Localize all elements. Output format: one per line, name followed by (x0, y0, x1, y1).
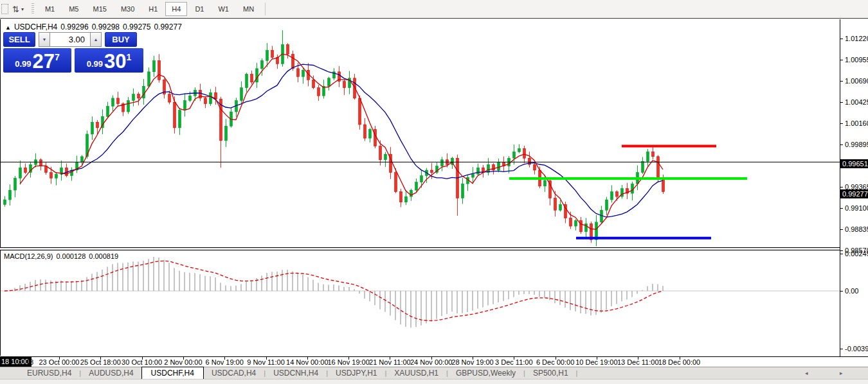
timeframe-button-m1[interactable]: M1 (39, 2, 61, 16)
time-tick-label: 3 Dec 11:00 (495, 358, 533, 366)
chevron-down-icon: ▾ (21, 6, 24, 12)
price-tick (840, 39, 843, 39)
tab-scroll-right-icon[interactable]: ▸ (840, 370, 843, 376)
time-tick-label: 9 Nov 11:00 (247, 358, 285, 366)
price-tick (840, 144, 843, 145)
mt4-window: ⇅ ▾ M1M5M15M30H1H4D1W1MN ▲USDCHF,H40.992… (0, 0, 868, 384)
tab-usdjpy-h1[interactable]: USDJPY,H1 (328, 368, 384, 378)
price-axis[interactable]: 1.012201.009551.006901.004251.001600.998… (840, 19, 868, 356)
macd-tick-label: 0.002492 (845, 250, 868, 257)
macd-canvas[interactable] (1, 250, 840, 356)
chart-title: ▲USDCHF,H40.992960.992980.992750.99277 (5, 22, 185, 31)
timeframe-button-mn[interactable]: MN (237, 2, 260, 16)
sell-price-sup: 7 (55, 52, 60, 62)
macd-pane[interactable] (0, 250, 840, 356)
sell-price-prefix: 0.99 (15, 59, 31, 69)
timeframe-button-m30[interactable]: M30 (114, 2, 141, 16)
price-box-label: 0.99651 (840, 159, 868, 168)
price-tick (840, 187, 843, 188)
time-tick-label: 24 Nov 00:00 (410, 358, 452, 366)
tab-xauusd-h1[interactable]: XAUUSD,H1 (386, 368, 446, 378)
tab-usdchf-h4[interactable]: USDCHF,H4 (141, 367, 204, 380)
buy-price-sup: 1 (127, 52, 132, 62)
price-tick (840, 81, 843, 82)
ohlc-close: 0.99277 (154, 22, 181, 31)
toolbar-separator (265, 3, 266, 15)
symbol-direction-icon: ▲ (5, 24, 11, 31)
time-tick-label: 2 Nov 00:00 (164, 358, 202, 366)
tab-usdcnh-h4[interactable]: USDCNH,H4 (266, 368, 326, 378)
buy-button[interactable]: BUY (105, 32, 137, 47)
clipped-toolbar-icon[interactable] (1, 4, 8, 14)
time-tick-label: 6 Nov 19:00 (206, 358, 244, 366)
ohlc-open: 0.99296 (60, 22, 88, 31)
price-tick (840, 60, 843, 60)
macd-tick-label: -0.003913 (845, 345, 868, 353)
time-axis[interactable]: 18 10:00 18 23 Oct 00:0025 Oct 18:0030 O… (0, 356, 868, 367)
timeframe-button-h4[interactable]: H4 (165, 2, 187, 16)
one-click-trading-panel: SELL ▼ 3.00 ▲ BUY 0.99 27 7 0.99 30 1 (3, 32, 143, 73)
timeframe-button-d1[interactable]: D1 (188, 2, 210, 16)
ohlc-low: 0.99275 (123, 22, 150, 31)
timeframe-button-m5[interactable]: M5 (62, 2, 85, 16)
price-tick (840, 102, 843, 103)
price-box-label: 0.99277 (840, 189, 868, 198)
price-tick-label: 0.98835 (845, 225, 868, 233)
tab-sp500-h1[interactable]: SP500,H1 (525, 368, 576, 378)
volume-decrease-button[interactable]: ▼ (39, 32, 50, 47)
sell-button[interactable]: SELL (3, 32, 35, 47)
tab-audusd-h4[interactable]: AUDUSD,H4 (81, 368, 141, 378)
buy-price-prefix: 0.99 (87, 59, 103, 69)
chart-tab-bar: ◂ ▸ EURUSD,H4|AUDUSD,H4USDCHF,H4USDCAD,H… (0, 367, 868, 379)
time-tick-label: 13 Dec 11:00 (617, 358, 659, 366)
new-order-button[interactable]: ⇅ ▾ (10, 2, 26, 16)
time-tick-label: 25 Oct 18:00 (80, 358, 121, 366)
status-bar (0, 379, 868, 384)
sell-price-button[interactable]: 0.99 27 7 (3, 48, 71, 73)
price-tick-label: 0.99895 (845, 141, 868, 148)
price-tick (840, 250, 843, 251)
time-tick-label: 21 Nov 11:00 (369, 358, 411, 366)
buy-price-button[interactable]: 0.99 30 1 (75, 48, 143, 73)
symbol-period: USDCHF,H4 (14, 22, 57, 31)
time-tick-label: 30 Oct 10:00 (122, 358, 162, 366)
price-tick (840, 208, 843, 209)
price-tick-label: 0.99100 (845, 204, 868, 212)
volume-input[interactable]: 3.00 (50, 32, 90, 47)
timeframe-toolbar: M1M5M15M30H1H4D1W1MN (38, 2, 261, 16)
chart-area: ▲USDCHF,H40.992960.992980.992750.99277 S… (0, 19, 868, 367)
price-tick-label: 1.00955 (845, 56, 868, 64)
timeframe-button-w1[interactable]: W1 (212, 2, 235, 16)
price-tick-label: 1.00690 (845, 77, 868, 85)
price-tick-label: 1.00160 (845, 119, 868, 127)
tab-eurusd-h4[interactable]: EURUSD,H4 (19, 368, 79, 378)
sell-price-big: 27 (33, 52, 55, 71)
macd-tick (840, 254, 843, 254)
tab-separator: | (576, 369, 578, 377)
time-label-start: 18 (26, 358, 33, 366)
ohlc-high: 0.99298 (92, 22, 120, 31)
time-tick-label: 18 Dec 00:00 (658, 358, 700, 366)
time-tick-label: 10 Dec 19:00 (575, 358, 617, 366)
macd-value2: 0.000819 (89, 252, 118, 260)
volume-increase-button[interactable]: ▲ (90, 32, 102, 47)
macd-tick (840, 291, 843, 292)
macd-tick (840, 349, 843, 349)
macd-value1: 0.000128 (56, 252, 86, 260)
time-tick-label: 23 Oct 00:00 (39, 358, 80, 366)
time-tick-label: 16 Nov 19:00 (327, 358, 369, 366)
time-tick-label: 14 Nov 00:00 (286, 358, 328, 366)
tab-scroll-left-icon[interactable]: ◂ (805, 370, 808, 376)
timeframe-button-h1[interactable]: H1 (142, 2, 164, 16)
main-toolbar: ⇅ ▾ M1M5M15M30H1H4D1W1MN (0, 0, 868, 19)
macd-name: MACD(12,26,9) (4, 252, 53, 260)
macd-tick-label: 0.00 (845, 287, 858, 295)
macd-indicator-label: MACD(12,26,9)0.0001280.000819 (4, 252, 122, 260)
tab-gbpusd-weekly[interactable]: GBPUSD,Weekly (448, 368, 523, 378)
tab-usdcad-h4[interactable]: USDCAD,H4 (204, 368, 264, 378)
time-tick-label: 28 Nov 19:00 (451, 358, 493, 366)
toolbar-grip[interactable] (32, 3, 34, 15)
price-tick-label: 1.00425 (845, 98, 868, 106)
price-tick (840, 229, 843, 230)
timeframe-button-m15[interactable]: M15 (86, 2, 113, 16)
